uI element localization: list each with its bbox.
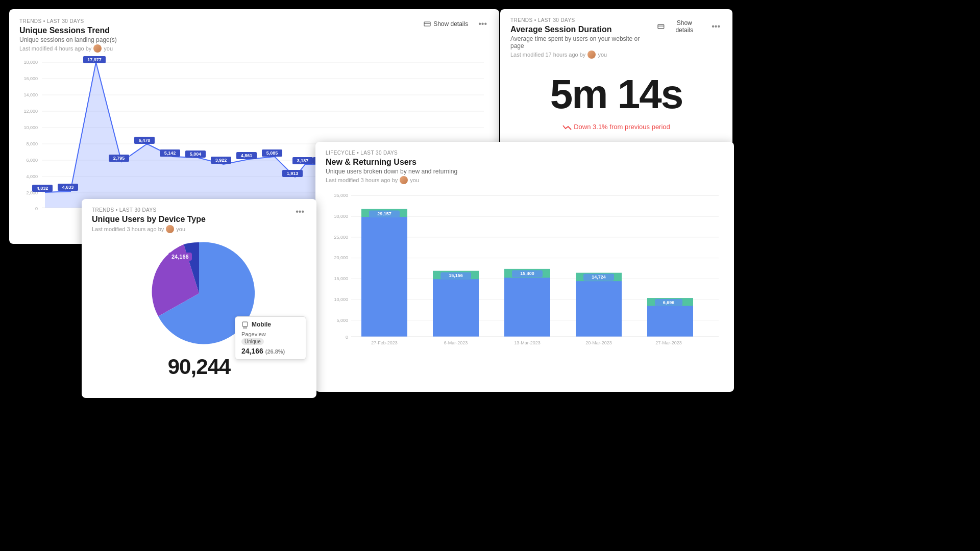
pie-total-value: 90,244 — [168, 355, 230, 379]
card-sessions-info: TRENDS • LAST 30 DAYS Unique Sessions Tr… — [19, 18, 117, 53]
avatar — [93, 44, 102, 53]
card-duration-actions: Show details ••• — [653, 17, 722, 36]
card-device-modified: Last modified 3 hours ago by you — [92, 225, 206, 233]
tooltip-device-type: Mobile — [252, 321, 271, 328]
pie-chart-container: 24,166 Mobile Pageview Unique 24,166 ( — [92, 237, 306, 379]
svg-text:8,000: 8,000 — [26, 141, 38, 146]
card-duration-info: TRENDS • LAST 30 DAYS Average Session Du… — [510, 17, 653, 59]
svg-text:6,478: 6,478 — [139, 138, 151, 143]
svg-rect-67 — [242, 322, 248, 327]
card-returning-subtitle: Unique users broken down by new and retu… — [326, 168, 457, 175]
card-device-title: Unique Users by Device Type — [92, 215, 206, 224]
avatar — [400, 176, 408, 184]
svg-text:3,922: 3,922 — [215, 158, 227, 163]
svg-text:0: 0 — [346, 335, 348, 340]
svg-text:27-Mar-2023: 27-Mar-2023 — [655, 340, 682, 345]
card-returning-header: LIFECYCLE • LAST 30 DAYS New & Returning… — [326, 150, 724, 184]
card-duration-subtitle: Average time spent by users on your webs… — [510, 35, 653, 49]
svg-rect-102 — [576, 281, 622, 336]
card-device-header: TRENDS • LAST 30 DAYS Unique Users by De… — [92, 207, 306, 233]
svg-rect-107 — [647, 306, 693, 337]
svg-rect-65 — [658, 24, 664, 29]
svg-text:15,000: 15,000 — [334, 276, 348, 281]
card-returning-title: New & Returning Users — [326, 158, 457, 167]
trend-down-icon — [562, 124, 572, 130]
details-icon — [424, 20, 431, 28]
svg-text:15,156: 15,156 — [449, 273, 463, 279]
show-details-button[interactable]: Show details — [420, 18, 472, 30]
more-options-button[interactable]: ••• — [709, 22, 722, 31]
svg-text:17,977: 17,977 — [87, 57, 102, 62]
svg-text:20,000: 20,000 — [334, 256, 348, 261]
card-sessions-modified: Last modified 4 hours ago by you — [19, 44, 117, 53]
duration-value: 5m 14s — [510, 74, 722, 115]
svg-rect-87 — [361, 216, 407, 336]
card-sessions-actions: Show details ••• — [420, 18, 489, 30]
card-duration: TRENDS • LAST 30 DAYS Average Session Du… — [500, 9, 732, 162]
svg-text:5,004: 5,004 — [190, 152, 202, 157]
card-duration-title: Average Session Duration — [510, 25, 653, 34]
card-sessions-title: Unique Sessions Trend — [19, 26, 117, 35]
svg-text:30,000: 30,000 — [334, 214, 348, 219]
more-options-button[interactable]: ••• — [476, 19, 489, 29]
svg-text:5,000: 5,000 — [336, 318, 348, 323]
svg-text:4,000: 4,000 — [26, 174, 38, 179]
card-duration-header: TRENDS • LAST 30 DAYS Average Session Du… — [510, 17, 722, 59]
svg-text:6,696: 6,696 — [663, 300, 675, 305]
details-icon — [657, 23, 665, 30]
svg-text:6,000: 6,000 — [26, 158, 38, 163]
svg-text:4,832: 4,832 — [37, 186, 48, 191]
show-details-button[interactable]: Show details — [653, 17, 705, 36]
pie-segment-label: 24,166 — [168, 253, 192, 261]
card-sessions-meta: TRENDS • LAST 30 DAYS — [19, 18, 117, 24]
svg-text:14,724: 14,724 — [592, 274, 606, 280]
svg-rect-97 — [504, 277, 550, 336]
pie-tooltip: Mobile Pageview Unique 24,166 (26.8%) — [235, 316, 306, 360]
card-returning: LIFECYCLE • LAST 30 DAYS New & Returning… — [315, 142, 734, 392]
avatar — [587, 51, 596, 59]
svg-text:5,142: 5,142 — [164, 151, 176, 156]
svg-text:20-Mar-2023: 20-Mar-2023 — [585, 340, 612, 345]
tooltip-page-type: Pageview — [241, 331, 300, 337]
svg-text:25,000: 25,000 — [334, 235, 348, 240]
svg-text:12,000: 12,000 — [23, 109, 38, 114]
tooltip-value: 24,166 (26.8%) — [241, 347, 300, 355]
svg-text:4,633: 4,633 — [62, 185, 74, 190]
svg-text:15,400: 15,400 — [520, 271, 534, 277]
svg-text:27-Feb-2023: 27-Feb-2023 — [371, 340, 398, 345]
more-options-button[interactable]: ••• — [293, 207, 306, 216]
svg-text:35,000: 35,000 — [334, 193, 348, 198]
card-duration-meta: TRENDS • LAST 30 DAYS — [510, 17, 653, 23]
svg-text:6-Mar-2023: 6-Mar-2023 — [444, 340, 468, 345]
bar-chart-svg: 35,000 30,000 25,000 20,000 15,000 10,00… — [326, 188, 724, 346]
svg-text:4,861: 4,861 — [241, 153, 253, 158]
card-device-meta: TRENDS • LAST 30 DAYS — [92, 207, 206, 213]
card-sessions-header: TRENDS • LAST 30 DAYS Unique Sessions Tr… — [19, 18, 489, 53]
svg-text:18,000: 18,000 — [23, 60, 38, 65]
card-device: TRENDS • LAST 30 DAYS Unique Users by De… — [82, 199, 316, 398]
device-icon — [241, 321, 249, 329]
card-device-actions: ••• — [293, 207, 306, 216]
svg-text:29,157: 29,157 — [377, 211, 391, 216]
card-device-info: TRENDS • LAST 30 DAYS Unique Users by De… — [92, 207, 206, 233]
svg-rect-0 — [424, 22, 430, 26]
svg-text:13-Mar-2023: 13-Mar-2023 — [514, 340, 541, 345]
svg-text:14,000: 14,000 — [23, 92, 38, 97]
duration-trend: Down 3.1% from previous period — [510, 123, 722, 131]
card-sessions-subtitle: Unique sessions on landing page(s) — [19, 36, 117, 43]
svg-text:3,187: 3,187 — [297, 158, 309, 163]
svg-text:5,085: 5,085 — [266, 151, 278, 156]
svg-text:2,795: 2,795 — [113, 156, 125, 161]
card-duration-modified: Last modified 17 hours ago by you — [510, 51, 653, 59]
svg-text:10,000: 10,000 — [334, 297, 348, 302]
avatar — [166, 225, 174, 233]
svg-text:0: 0 — [35, 206, 38, 211]
svg-text:1,913: 1,913 — [287, 171, 299, 176]
card-returning-info: LIFECYCLE • LAST 30 DAYS New & Returning… — [326, 150, 457, 184]
svg-text:10,000: 10,000 — [23, 125, 38, 130]
svg-text:16,000: 16,000 — [23, 76, 38, 81]
tooltip-metric: Unique — [241, 338, 264, 345]
svg-rect-92 — [433, 279, 479, 336]
card-returning-modified: Last modified 3 hours ago by you — [326, 176, 457, 184]
card-returning-meta: LIFECYCLE • LAST 30 DAYS — [326, 150, 457, 156]
